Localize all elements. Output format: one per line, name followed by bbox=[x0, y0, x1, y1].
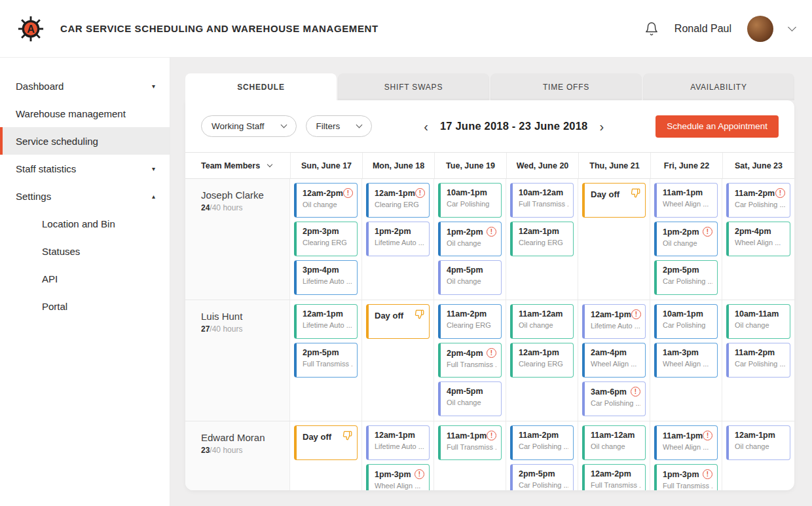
shift-service: Oil change bbox=[447, 239, 496, 247]
day-off-card[interactable]: Day off bbox=[366, 304, 430, 339]
sidebar-subitem-api[interactable]: API bbox=[0, 265, 170, 292]
working-staff-select[interactable]: Working Staff bbox=[201, 115, 297, 137]
shift-card[interactable]: 11am-12amOil change bbox=[510, 304, 574, 339]
sidebar-subitem-portal[interactable]: Portal bbox=[0, 292, 170, 320]
day-cell: 11am-2pmCar Polishing ...2pm-5pmCar Poli… bbox=[506, 421, 578, 490]
shift-card[interactable]: 12am-2pmFull Transmiss ... bbox=[582, 464, 646, 490]
shift-card[interactable]: 1pm-2pmLifetime Auto ... bbox=[366, 222, 430, 256]
shift-service: Car Polishing bbox=[663, 321, 712, 329]
shift-card[interactable]: 10am-11amOil change bbox=[726, 304, 790, 339]
screen: A CAR SERVICE SCHEDULING AND WAREHOUSE M… bbox=[0, 0, 812, 506]
schedule-panel: Working Staff Filters ‹ 17 June 2018 - 2… bbox=[185, 100, 794, 490]
shift-service: Full Transmiss ... bbox=[303, 360, 352, 368]
shift-card[interactable]: 1pm-2pm!Oil change bbox=[654, 222, 718, 256]
tab-schedule[interactable]: SCHEDULE bbox=[185, 73, 337, 100]
sidebar-subitem-statuses[interactable]: Statuses bbox=[0, 237, 170, 265]
warning-icon: ! bbox=[487, 227, 496, 237]
chevron-down-icon bbox=[356, 122, 363, 128]
user-avatar[interactable] bbox=[747, 16, 773, 42]
shift-card[interactable]: 11am-2pm!Car Polishing ... bbox=[726, 183, 790, 218]
shift-card[interactable]: 11am-2pmClearing ERG bbox=[438, 304, 502, 339]
tab-availability[interactable]: AVAILABILITY bbox=[643, 73, 794, 100]
day-column-header: Sat, June 23 bbox=[722, 153, 794, 178]
sidebar-subitem-location-and-bin[interactable]: Location and Bin bbox=[0, 210, 170, 237]
shift-service: Clearing ERG bbox=[303, 239, 352, 246]
shift-time: 10am-11am bbox=[735, 309, 779, 319]
shift-card[interactable]: 2am-4pmWheel Align ... bbox=[582, 343, 646, 378]
shift-card[interactable]: 1pm-3pm!Full Transmiss ... bbox=[654, 464, 718, 490]
shift-card[interactable]: 2pm-5pmFull Transmiss ... bbox=[294, 343, 358, 378]
notifications-bell-icon[interactable] bbox=[644, 22, 659, 36]
shift-card[interactable]: 2pm-4pm!Full Transmiss ... bbox=[438, 343, 502, 378]
shift-card[interactable]: 11am-1pm!Full Transmiss ... bbox=[438, 425, 502, 460]
member-name: Edward Moran bbox=[201, 432, 284, 443]
shift-card[interactable]: 12am-1pmLifetime Auto ... bbox=[294, 304, 358, 339]
chevron-down-icon: ▾ bbox=[152, 83, 155, 90]
shift-card[interactable]: 12am-1pmOil change bbox=[726, 425, 790, 460]
day-cell: 12am-1pmLifetime Auto ...1pm-3pm!Wheel A… bbox=[362, 421, 434, 490]
shift-time: 10am-12am bbox=[519, 188, 563, 197]
shift-card[interactable]: 3pm-4pmLifetime Auto ... bbox=[294, 260, 358, 295]
shift-card[interactable]: 2pm-3pmClearing ERG bbox=[294, 222, 358, 256]
next-week-arrow[interactable]: › bbox=[598, 120, 605, 133]
shift-service: Car Polishing ... bbox=[519, 481, 568, 489]
day-cell: 11am-12amOil change12am-2pmFull Transmis… bbox=[578, 421, 650, 490]
shift-time: 3pm-4pm bbox=[303, 265, 339, 275]
shift-card[interactable]: 10am-1pmCar Polishing bbox=[654, 304, 718, 339]
tab-shift-swaps[interactable]: SHIFT SWAPS bbox=[338, 73, 489, 100]
shift-card[interactable]: 11am-2pmCar Polishing ... bbox=[726, 343, 790, 378]
shift-card[interactable]: 11am-2pmCar Polishing ... bbox=[510, 425, 574, 460]
shift-time: 2am-4pm bbox=[591, 348, 627, 357]
shift-service: Clearing ERG bbox=[375, 201, 424, 208]
shift-time: 12am-2pm bbox=[303, 189, 343, 198]
shift-card[interactable]: 12am-1pmClearing ERG bbox=[510, 222, 574, 256]
shift-card[interactable]: 12am-1pm!Clearing ERG bbox=[366, 183, 430, 218]
shift-card[interactable]: 2pm-5pmCar Polishing ... bbox=[654, 260, 718, 295]
shift-time: 1pm-2pm bbox=[447, 227, 483, 237]
shift-card[interactable]: 12am-1pm!Lifetime Auto ... bbox=[582, 304, 646, 339]
shift-time: 2pm-3pm bbox=[303, 227, 339, 236]
shift-service: Lifetime Auto ... bbox=[303, 321, 352, 329]
shift-card[interactable]: 2pm-4pmWheel Align ... bbox=[726, 222, 790, 256]
shift-card[interactable]: 2pm-5pmCar Polishing ... bbox=[510, 464, 574, 490]
day-off-card[interactable]: Day off bbox=[294, 425, 358, 460]
shift-card[interactable]: 12am-1pmClearing ERG bbox=[510, 343, 574, 378]
team-members-header: Team Members bbox=[185, 153, 290, 178]
filters-select[interactable]: Filters bbox=[306, 115, 373, 137]
warning-icon: ! bbox=[631, 387, 640, 397]
team-members-chevron-down-icon[interactable] bbox=[267, 161, 272, 166]
sidebar-item-warehouse-management[interactable]: Warehouse management bbox=[0, 100, 170, 127]
shift-time: 10am-1pm bbox=[663, 309, 703, 319]
prev-week-arrow[interactable]: ‹ bbox=[422, 120, 430, 133]
shift-service: Lifetime Auto ... bbox=[375, 239, 424, 246]
sidebar-item-dashboard[interactable]: Dashboard▾ bbox=[0, 72, 170, 100]
shift-card[interactable]: 3am-6pm!Car Polishing ... bbox=[582, 381, 646, 416]
sidebar-item-staff-statistics[interactable]: Staff statistics▾ bbox=[0, 155, 170, 182]
tab-bar: SCHEDULESHIFT SWAPSTIME OFFSAVAILABILITY bbox=[185, 73, 794, 100]
shift-card[interactable]: 4pm-5pmOil change bbox=[438, 260, 502, 295]
shift-service: Clearing ERG bbox=[519, 239, 568, 246]
tab-time-offs[interactable]: TIME OFFS bbox=[490, 73, 642, 100]
day-off-card[interactable]: Day off bbox=[582, 183, 646, 218]
sidebar-item-settings[interactable]: Settings▴ bbox=[0, 182, 170, 210]
shift-card[interactable]: 12am-2pm!Oil change bbox=[294, 183, 358, 218]
shift-time: 11am-1pm bbox=[663, 431, 703, 440]
shift-card[interactable]: 11am-12amOil change bbox=[582, 425, 646, 460]
working-staff-select-value: Working Staff bbox=[212, 121, 265, 131]
schedule-appointment-button[interactable]: Schedule an Appointment bbox=[655, 115, 779, 138]
shift-card[interactable]: 1am-3pmWheel Align ... bbox=[654, 343, 718, 378]
sidebar-item-service-scheduling[interactable]: Service scheduling bbox=[0, 127, 170, 155]
shift-card[interactable]: 10am-1pmCar Polishing bbox=[438, 183, 502, 218]
shift-card[interactable]: 1pm-2pm!Oil change bbox=[438, 222, 502, 256]
member-hours-done: 24 bbox=[201, 203, 210, 212]
user-menu-chevron-down-icon[interactable] bbox=[788, 23, 796, 31]
shift-card[interactable]: 11am-1pmWheel Align ... bbox=[654, 183, 718, 218]
shift-card[interactable]: 1pm-3pm!Wheel Align ... bbox=[366, 464, 430, 490]
main-content: SCHEDULESHIFT SWAPSTIME OFFSAVAILABILITY… bbox=[170, 58, 812, 506]
shift-card[interactable]: 4pm-5pmOil change bbox=[438, 381, 502, 416]
shift-card[interactable]: 12am-1pmLifetime Auto ... bbox=[366, 425, 430, 460]
shift-card[interactable]: 10am-12amFull Transmiss ... bbox=[510, 183, 574, 218]
shift-time: 3am-6pm bbox=[591, 387, 627, 397]
shift-card[interactable]: 11am-1pm!Wheel Align ... bbox=[654, 425, 718, 460]
shift-time: 12am-1pm bbox=[303, 309, 343, 319]
